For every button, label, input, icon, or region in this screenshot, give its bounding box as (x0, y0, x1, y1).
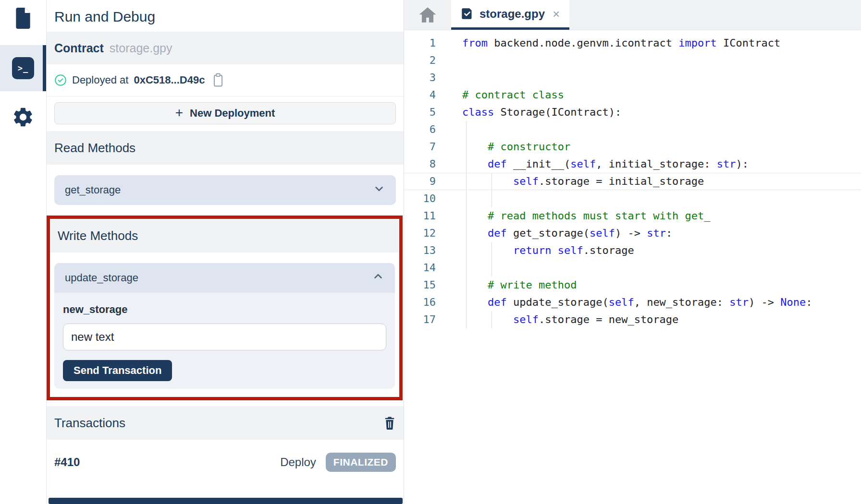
code-line[interactable]: 14 (404, 259, 861, 276)
close-icon[interactable]: × (553, 8, 560, 20)
rail-item-terminal[interactable]: >_ (0, 45, 46, 91)
code-line[interactable]: 1from backend.node.genvm.icontract impor… (404, 35, 861, 52)
code-line[interactable]: 15 # write method (404, 276, 861, 294)
gear-icon (12, 122, 35, 130)
code-line-content: # read methods must start with get_ (436, 207, 861, 225)
method-params: new_storage Send Transaction (54, 293, 395, 389)
indent-guide (466, 259, 467, 276)
send-transaction-button[interactable]: Send Transaction (63, 360, 172, 381)
line-number: 9 (404, 173, 436, 190)
contract-label: Contract (54, 41, 104, 55)
write-methods-highlight: Write Methods update_storage new_storage… (47, 216, 403, 400)
rail-item-settings[interactable] (12, 106, 35, 131)
activity-bar: >_ (0, 0, 47, 504)
home-icon[interactable] (418, 6, 437, 24)
code-line-content: def get_storage(self) -> str: (436, 225, 861, 242)
code-line[interactable]: 3 (404, 69, 861, 86)
new-deployment-label: New Deployment (190, 107, 275, 120)
rail-item-files[interactable] (12, 7, 34, 32)
line-number: 4 (404, 86, 436, 104)
line-number: 1 (404, 35, 436, 52)
write-methods-title: Write Methods (58, 228, 138, 243)
code-line-content (436, 190, 861, 207)
indent-guide (492, 190, 492, 207)
line-number: 3 (404, 69, 436, 86)
contract-address: 0xC518...D49c (134, 74, 205, 86)
transaction-row[interactable]: #410 Deploy FINALIZED (54, 447, 396, 477)
plus-icon: + (175, 105, 183, 120)
write-methods-header: Write Methods (50, 219, 399, 252)
method-name: update_storage (65, 272, 138, 284)
indent-guide (492, 173, 492, 190)
page-title: Run and Debug (47, 0, 404, 32)
line-number: 7 (404, 138, 436, 156)
code-line[interactable]: 17 self.storage = new_storage (404, 311, 861, 328)
file-check-icon (461, 7, 474, 20)
run-debug-panel: Run and Debug Contract storage.gpy Deplo… (47, 0, 404, 504)
code-line[interactable]: 10 (404, 190, 861, 207)
line-number: 8 (404, 156, 436, 173)
indent-guide (492, 259, 492, 276)
code-line[interactable]: 7 # constructor (404, 138, 861, 156)
terminal-icon: >_ (12, 57, 34, 79)
tab-file-name: storage.gpy (480, 7, 545, 21)
code-line-content (436, 69, 861, 86)
code-line[interactable]: 9 self.storage = initial_storage (404, 173, 861, 190)
indent-guide (466, 294, 467, 311)
code-line[interactable]: 4# contract class (404, 86, 861, 104)
line-number: 13 (404, 242, 436, 259)
code-line-content: return self.storage (436, 242, 861, 259)
method-get-storage[interactable]: get_storage (54, 175, 396, 205)
indent-guide (492, 242, 492, 259)
deployment-status-row: Deployed at 0xC518...D49c (47, 64, 404, 96)
indent-guide (466, 311, 467, 328)
indent-guide (466, 156, 467, 173)
code-line-content: # contract class (436, 86, 861, 104)
code-line-content: # write method (436, 276, 861, 294)
code-line[interactable]: 16 def update_storage(self, new_storage:… (404, 294, 861, 311)
code-line-content: def update_storage(self, new_storage: st… (436, 294, 861, 311)
method-name: get_storage (65, 184, 121, 196)
file-icon (12, 23, 34, 31)
line-number: 14 (404, 259, 436, 276)
status-badge: FINALIZED (326, 453, 396, 472)
transactions-title: Transactions (54, 416, 125, 431)
indent-guide (466, 138, 467, 156)
horizontal-scrollbar[interactable] (49, 498, 403, 504)
new-deployment-button[interactable]: + New Deployment (54, 102, 396, 124)
editor-tab-bar: storage.gpy × (404, 0, 861, 30)
read-methods-header: Read Methods (47, 131, 404, 165)
read-methods-title: Read Methods (54, 141, 135, 156)
method-update-storage[interactable]: update_storage (54, 263, 395, 293)
transaction-id: #410 (54, 456, 80, 469)
indent-guide (466, 207, 467, 225)
tab-storage-gpy[interactable]: storage.gpy × (451, 0, 569, 30)
code-line[interactable]: 13 return self.storage (404, 242, 861, 259)
line-number: 17 (404, 311, 436, 328)
deployed-at-text: Deployed at (72, 74, 128, 86)
code-line-content: self.storage = new_storage (436, 311, 861, 328)
code-line[interactable]: 11 # read methods must start with get_ (404, 207, 861, 225)
line-number: 2 (404, 52, 436, 69)
copy-icon[interactable] (212, 73, 224, 87)
code-line[interactable]: 2 (404, 52, 861, 69)
indent-guide (466, 190, 467, 207)
code-line-content: from backend.node.genvm.icontract import… (436, 35, 861, 52)
line-number: 12 (404, 225, 436, 242)
code-line-content: def __init__(self, initial_storage: str)… (436, 156, 861, 173)
code-line-content (436, 52, 861, 69)
trash-icon[interactable] (383, 416, 396, 430)
code-line[interactable]: 8 def __init__(self, initial_storage: st… (404, 156, 861, 173)
code-line[interactable]: 6 (404, 121, 861, 138)
transaction-type: Deploy (280, 456, 316, 469)
code-editor[interactable]: 1from backend.node.genvm.icontract impor… (404, 30, 861, 504)
code-line[interactable]: 5class Storage(IContract): (404, 104, 861, 121)
contract-file-name: storage.gpy (110, 41, 172, 55)
code-line[interactable]: 12 def get_storage(self) -> str: (404, 225, 861, 242)
code-line-content (436, 259, 861, 276)
param-input[interactable] (63, 324, 386, 350)
chevron-down-icon (373, 182, 385, 198)
method-card-update-storage: update_storage new_storage Send Transact… (54, 263, 395, 389)
line-number: 15 (404, 276, 436, 294)
check-circle-icon (54, 74, 67, 86)
